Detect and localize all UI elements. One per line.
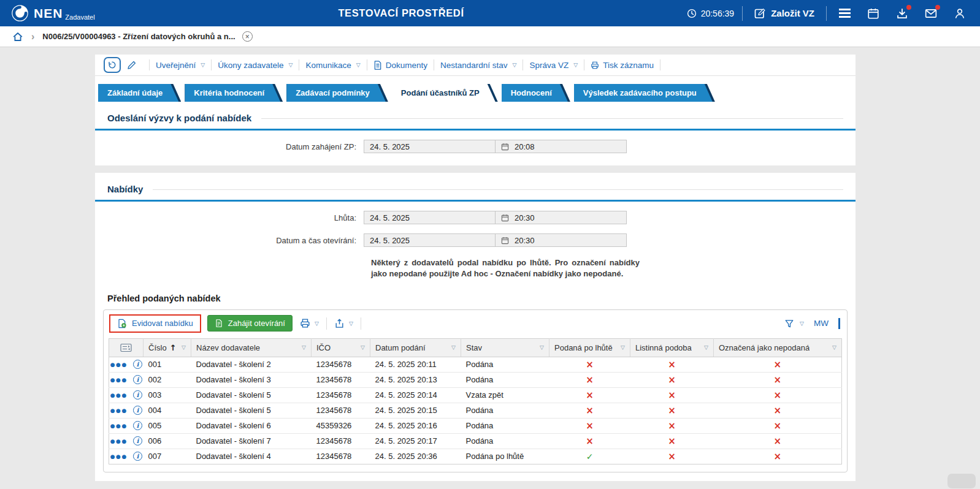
col-header-ico[interactable]: IČO▽: [312, 338, 370, 357]
register-offer-button[interactable]: Evidovat nabídku: [109, 314, 201, 333]
col-header-stav[interactable]: Stav▽: [461, 338, 549, 357]
offers-table-toolbar: Evidovat nabídku Zahájit otevírání ▽: [104, 310, 847, 337]
history-button[interactable]: [104, 57, 121, 73]
dropdown-caret-icon: ▽: [800, 320, 804, 327]
start-date-input[interactable]: 24. 5. 2025: [364, 140, 496, 153]
row-info-button[interactable]: i: [133, 421, 142, 430]
toolbar-item-nestandardni-stav[interactable]: Nestandardní stav▽: [440, 61, 516, 70]
cell-ico: 12345678: [312, 357, 370, 372]
notification-badge: [935, 5, 940, 10]
cell-ico: 12345678: [312, 387, 370, 403]
tab-podani-ucastniku-zp[interactable]: Podání účastníků ZP: [392, 84, 498, 102]
toolbar-item-sprava-vz[interactable]: Správa VZ▽: [529, 61, 578, 70]
toolbar-item-uverejneni[interactable]: Uveřejnění▽: [156, 61, 205, 70]
user-monogram[interactable]: MW: [814, 319, 829, 328]
record-tab-label: N006/25/V00004963 - Zřízení datových okr…: [42, 32, 235, 41]
home-button[interactable]: [12, 31, 23, 42]
tab-vysledek-zadavaciho-postupu[interactable]: Výsledek zadávacího postupu: [574, 84, 715, 102]
cell-late: ×: [549, 357, 630, 372]
record-tab[interactable]: N006/25/V00004963 - Zřízení datových okr…: [42, 31, 252, 42]
cell-actions: ●●●i: [109, 372, 144, 387]
start-opening-button[interactable]: Zahájit otevírání: [207, 315, 293, 332]
dropdown-caret-icon: ▽: [289, 62, 293, 68]
offer-row[interactable]: ●●●i007Dodavatel - školení 41234567824. …: [109, 449, 842, 464]
section-rule: [153, 189, 843, 190]
offer-row[interactable]: ●●●i001Dodavatel - školení 21234567824. …: [109, 357, 842, 372]
toolbar-item-tisk-zaznamu[interactable]: Tisk záznamu: [591, 61, 654, 70]
menu-button[interactable]: [838, 6, 852, 20]
tab-zakladni-udaje[interactable]: Základní údaje: [98, 84, 181, 102]
tab-zadavaci-podminky[interactable]: Zadávací podmínky: [286, 84, 388, 102]
col-header-cislo[interactable]: Číslo↑▽: [144, 338, 191, 357]
offer-row[interactable]: ●●●i005Dodavatel - školení 64535932624. …: [109, 418, 842, 433]
downloads-button[interactable]: [895, 6, 909, 21]
tab-label: Podání účastníků ZP: [401, 88, 480, 97]
col-header-podana-po-lhute[interactable]: Podaná po lhůtě▽: [549, 338, 630, 357]
row-menu-button[interactable]: ●●●: [110, 392, 128, 398]
messages-button[interactable]: [924, 6, 938, 21]
calendar-icon: [501, 237, 509, 245]
row-info-button[interactable]: i: [133, 360, 142, 369]
tab-kriteria-hodnoceni[interactable]: Kritéria hodnocení: [185, 84, 283, 102]
filter-caret-icon: ▽: [702, 344, 708, 351]
print-table-button[interactable]: ▽: [299, 318, 320, 328]
cross-icon: ×: [773, 374, 781, 385]
row-menu-button[interactable]: ●●●: [110, 408, 128, 414]
row-menu-button[interactable]: ●●●: [110, 362, 128, 368]
cell-late: ×: [549, 372, 630, 387]
export-table-button[interactable]: ▽: [333, 318, 354, 328]
cross-icon: ×: [668, 436, 676, 447]
column-settings-button[interactable]: [109, 338, 144, 357]
col-header-listinna-podoba[interactable]: Listinná podoba▽: [630, 338, 714, 357]
row-menu-button[interactable]: ●●●: [110, 377, 128, 383]
toolbar-item-dokumenty[interactable]: Dokumenty: [373, 61, 427, 70]
deadline-datetime-field: 24. 5. 2025 20:30: [364, 211, 627, 224]
row-menu-button[interactable]: ●●●: [110, 438, 128, 444]
close-icon[interactable]: ×: [242, 31, 253, 42]
cell-marked-not-submitted: ×: [714, 357, 842, 372]
calendar-button[interactable]: [866, 6, 881, 21]
scrollbar-thumb[interactable]: [947, 474, 976, 488]
row-info-button[interactable]: i: [133, 406, 142, 415]
toolbar-divider: [584, 59, 584, 70]
edit-button[interactable]: [126, 59, 138, 71]
row-info-button[interactable]: i: [133, 452, 142, 461]
row-menu-button[interactable]: ●●●: [110, 453, 128, 460]
register-offer-icon: [117, 319, 127, 328]
filter-button[interactable]: ▽: [781, 318, 808, 329]
toolbar-item-ukony-zadavatele[interactable]: Úkony zadavatele▽: [218, 61, 293, 70]
start-time-input[interactable]: 20:08: [495, 140, 627, 153]
cell-status: Podána po lhůtě: [461, 449, 549, 464]
col-header-nazev-dodavatele[interactable]: Název dodavatele▽: [191, 338, 312, 357]
cell-marked-not-submitted: ×: [714, 403, 842, 418]
row-menu-button[interactable]: ●●●: [110, 423, 128, 429]
cell-paper: ×: [630, 418, 714, 433]
opening-time-input[interactable]: 20:30: [495, 233, 627, 247]
col-header-datum-podani[interactable]: Datum podání▽: [370, 338, 461, 357]
row-info-button[interactable]: i: [133, 390, 142, 400]
offer-row[interactable]: ●●●i003Dodavatel - školení 51234567824. …: [109, 387, 842, 403]
deadline-date-input[interactable]: 24. 5. 2025: [364, 211, 496, 224]
profile-button[interactable]: [952, 6, 967, 21]
clock-icon: [687, 9, 697, 18]
col-header-oznacena-jako-nepodana[interactable]: Označená jako nepodaná▽: [714, 338, 842, 357]
row-info-button[interactable]: i: [133, 436, 142, 445]
offers-block: Nabídky Lhůta: 24. 5. 2025 20:30 Da: [95, 173, 856, 481]
cell-late: ✓: [549, 449, 630, 464]
toolbar-divider: [434, 59, 434, 70]
offer-row[interactable]: ●●●i004Dodavatel - školení 51234567824. …: [109, 403, 842, 418]
tab-hodnoceni[interactable]: Hodnocení: [502, 84, 570, 102]
cell-marked-not-submitted: ×: [714, 433, 842, 449]
toolbar-item-komunikace[interactable]: Komunikace▽: [305, 61, 360, 70]
row-info-button[interactable]: i: [133, 375, 142, 384]
cell-supplier: Dodavatel - školení 2: [191, 357, 312, 372]
nen-logo[interactable]: NEN Zadavatel: [11, 4, 95, 22]
opening-date-input[interactable]: 24. 5. 2025: [364, 233, 496, 247]
cross-icon: ×: [668, 390, 676, 401]
deadline-time-input[interactable]: 20:30: [495, 211, 627, 224]
create-vz-button[interactable]: Založit VZ: [751, 7, 818, 20]
edit-square-icon: [754, 7, 766, 19]
offer-row[interactable]: ●●●i006Dodavatel - školení 71234567824. …: [109, 433, 842, 449]
cell-submitted: 24. 5. 2025 20:11: [370, 357, 461, 372]
offer-row[interactable]: ●●●i002Dodavatel - školení 31234567824. …: [109, 372, 842, 387]
